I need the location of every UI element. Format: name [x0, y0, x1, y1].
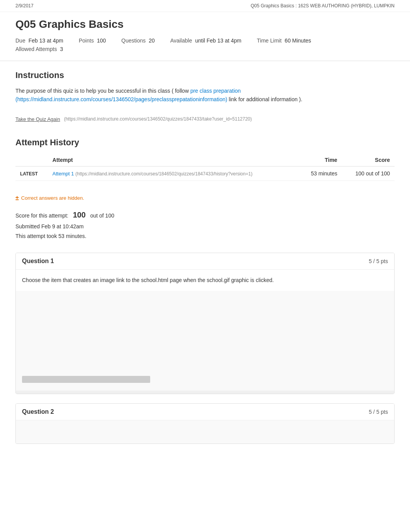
attempt-history-table: Attempt Time Score LATEST Attempt 1 (htt…: [15, 154, 395, 181]
pre-class-url-link[interactable]: (https://midland.instructure.com/courses…: [15, 96, 227, 102]
points-value: 100: [97, 37, 106, 44]
submitted-line: Submitted Feb 9 at 10:42am: [15, 222, 395, 231]
score-label: Score for this attempt:: [15, 212, 68, 219]
take-quiz-section: Take the Quiz Again (https://midland.ins…: [0, 110, 410, 131]
take-quiz-link[interactable]: Take the Quiz Again: [15, 116, 60, 122]
question-1-header: Question 1 5 / 5 pts: [16, 253, 394, 270]
question-1-footer-bar: [16, 391, 394, 394]
page-title: Q05 Graphics Basics: [0, 12, 410, 34]
plus-icon: ±: [15, 195, 19, 202]
score-number: 100: [73, 211, 86, 219]
answer-row-selected: [22, 373, 388, 386]
points-label: Points: [79, 37, 94, 44]
meta-allowed-attempts: Allowed Attempts 3: [15, 46, 63, 52]
instructions-heading: Instructions: [15, 70, 395, 80]
available-label: Available: [170, 37, 192, 44]
allowed-attempts-label: Allowed Attempts: [15, 46, 57, 52]
col-attempt: Attempt: [48, 154, 299, 167]
attempt-link[interactable]: Attempt 1: [53, 171, 74, 177]
meta-section: Due Feb 13 at 4pm Points 100 Questions 2…: [0, 34, 410, 61]
meta-row-1: Due Feb 13 at 4pm Points 100 Questions 2…: [15, 37, 395, 44]
row-time: 53 minutes: [299, 166, 342, 180]
question-card-2: Question 2 5 / 5 pts: [15, 403, 395, 444]
question-1-title: Question 1: [22, 258, 54, 265]
score-out-of: out of 100: [90, 212, 114, 219]
time-limit-value: 60 Minutes: [285, 37, 311, 44]
attempt-history-section: Attempt History Attempt Time Score LATES…: [0, 131, 410, 187]
meta-available: Available until Feb 13 at 4pm: [170, 37, 241, 44]
due-value: Feb 13 at 4pm: [29, 37, 63, 44]
top-bar-date: 2/9/2017: [15, 3, 34, 8]
col-time: Time: [299, 154, 342, 167]
attempt-url: (https://midland.instructure.com/courses…: [75, 171, 252, 177]
hidden-answers-text: Correct answers are hidden.: [21, 195, 84, 201]
questions-value: 20: [149, 37, 155, 44]
score-summary: ± Correct answers are hidden. Score for …: [0, 187, 410, 249]
instructions-text-before: The purpose of this quiz is to help you …: [15, 88, 190, 94]
instructions-section: Instructions The purpose of this quiz is…: [0, 61, 410, 110]
attempt-history-heading: Attempt History: [15, 138, 395, 148]
answer-bar-selected: [22, 376, 150, 383]
take-quiz-url: (https://midland.instructure.com/courses…: [64, 116, 252, 122]
row-badge: LATEST: [15, 166, 48, 180]
question-2-title: Question 2: [22, 408, 54, 415]
instructions-text-after: link for additional information ).: [229, 96, 303, 102]
question-2-pts: 5 / 5 pts: [369, 409, 388, 415]
available-value: until Feb 13 at 4pm: [195, 37, 241, 44]
question-card-1: Question 1 5 / 5 pts Choose the item tha…: [15, 253, 395, 394]
question-2-spacer: [22, 425, 388, 437]
col-badge: [15, 154, 48, 167]
table-row: LATEST Attempt 1 (https://midland.instru…: [15, 166, 395, 180]
meta-points: Points 100: [79, 37, 106, 44]
answer-options-spacer: [22, 296, 388, 373]
questions-label: Questions: [121, 37, 146, 44]
instructions-body: The purpose of this quiz is to help you …: [15, 87, 395, 104]
score-line: Score for this attempt: 100 out of 100: [15, 208, 395, 222]
table-header-row: Attempt Time Score: [15, 154, 395, 167]
top-bar: 2/9/2017 Q05 Graphics Basics : 162S WEB …: [0, 0, 410, 12]
latest-badge: LATEST: [20, 171, 38, 177]
meta-time-limit: Time Limit 60 Minutes: [257, 37, 311, 44]
col-score: Score: [342, 154, 395, 167]
time-limit-label: Time Limit: [257, 37, 281, 44]
question-1-answers: [16, 291, 394, 391]
due-label: Due: [15, 37, 25, 44]
meta-due: Due Feb 13 at 4pm: [15, 37, 63, 44]
duration-line: This attempt took 53 minutes.: [15, 231, 395, 241]
meta-row-2: Allowed Attempts 3: [15, 46, 395, 52]
hidden-answers-notice: ± Correct answers are hidden.: [15, 195, 395, 202]
row-score: 100 out of 100: [342, 166, 395, 180]
question-1-body: Choose the item that creates an image li…: [16, 270, 394, 291]
top-bar-course: Q05 Graphics Basics : 162S WEB AUTHORING…: [251, 3, 395, 8]
questions-section: Question 1 5 / 5 pts Choose the item tha…: [0, 249, 410, 457]
question-1-pts: 5 / 5 pts: [369, 258, 388, 264]
score-info: Score for this attempt: 100 out of 100 S…: [15, 208, 395, 241]
allowed-attempts-value: 3: [60, 46, 63, 52]
question-2-answers: [16, 420, 394, 444]
row-attempt: Attempt 1 (https://midland.instructure.c…: [48, 166, 299, 180]
pre-class-link[interactable]: pre class preparation: [190, 88, 241, 94]
meta-questions: Questions 20: [121, 37, 155, 44]
question-2-header: Question 2 5 / 5 pts: [16, 404, 394, 420]
